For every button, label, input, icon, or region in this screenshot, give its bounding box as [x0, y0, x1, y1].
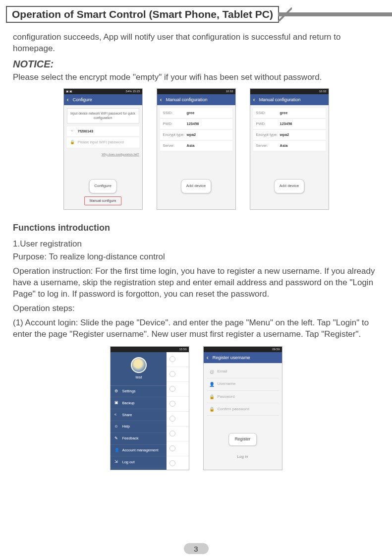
wifi-icon: ⌔	[70, 129, 75, 134]
status-bar: ▣ ▣ 54% 15:25	[64, 89, 142, 94]
app-titlebar: ‹ Manual configuration	[157, 94, 235, 105]
field-value: Asia	[187, 143, 195, 148]
list-item[interactable]	[167, 382, 189, 397]
pwd-row[interactable]: PWD:123456	[253, 119, 326, 129]
person-icon: 👤	[209, 381, 216, 387]
menu-label: Feedback	[122, 436, 139, 441]
device-list-strip	[167, 352, 189, 470]
field-label: Encrypt type:	[256, 132, 280, 137]
field-label: PWD:	[163, 122, 187, 126]
confirm-password-field[interactable]: 🔒Confirm password	[207, 403, 279, 416]
menu-item-share[interactable]: <Share	[111, 409, 168, 421]
server-row[interactable]: Server:Asia	[160, 141, 232, 151]
list-item[interactable]	[167, 441, 189, 456]
titlebar-text: Manual configuration	[259, 97, 301, 103]
app-titlebar: ‹ Register username	[204, 352, 282, 363]
screenshot-manual-config-1: 10:32 ‹ Manual configuration SSID:gree P…	[157, 88, 236, 210]
password-placeholder: Password	[218, 394, 235, 400]
field-value: 123456	[187, 122, 199, 126]
wifi-ssid-row[interactable]: ⌔ 7f200143	[67, 126, 139, 137]
operation-instruction-text: Operation instruction: For the first tim…	[13, 266, 379, 300]
field-label: Encrypt type:	[163, 132, 187, 137]
field-label: Server:	[163, 143, 187, 148]
register-body: @Email 👤Username 🔒Password 🔒Confirm pass…	[204, 363, 282, 470]
ssid-row[interactable]: SSID:gree	[160, 108, 232, 119]
menu-item-help[interactable]: ☺Help	[111, 421, 168, 433]
menu-item-settings[interactable]: ⚙Settings	[111, 386, 168, 398]
back-icon[interactable]: ‹	[253, 95, 255, 104]
device-icon	[169, 386, 175, 392]
email-field[interactable]: @Email	[207, 366, 279, 378]
menu-label: Share	[122, 413, 132, 418]
page-title: Operation of Smart Control (Smart Phone,…	[6, 6, 279, 23]
page-number: 3	[184, 543, 209, 554]
add-device-button[interactable]: Add device	[181, 179, 212, 193]
server-row[interactable]: Server:Asia	[253, 141, 326, 151]
menu-item-logout[interactable]: ⇲Log out	[111, 456, 168, 468]
back-icon[interactable]: ‹	[160, 95, 162, 104]
register-button[interactable]: Register	[228, 433, 257, 445]
password-field[interactable]: 🔒Password	[207, 391, 279, 403]
help-icon: ☺	[114, 424, 119, 430]
screenshot-row-bottom: 15:53 test ⚙Settings ▣Backup <Share ☺Hel…	[13, 346, 379, 470]
menu-item-backup[interactable]: ▣Backup	[111, 397, 168, 409]
field-value: gree	[187, 111, 195, 116]
device-icon	[169, 371, 175, 377]
document-body: configuration succeeds, App will notify …	[0, 32, 392, 470]
phone-body: SSID:gree PWD:123456 Encrypt type:wpa2 S…	[250, 105, 329, 209]
pwd-row[interactable]: PWD:123456	[160, 119, 232, 129]
list-item[interactable]	[167, 427, 189, 441]
titlebar-text: Register username	[213, 355, 250, 361]
purpose-text: Purpose: To realize long-distance contro…	[13, 251, 379, 263]
field-value: wpa2	[187, 132, 196, 137]
list-item[interactable]	[167, 456, 189, 470]
status-left: ▣ ▣	[66, 89, 73, 93]
operation-steps-label: Operation steps:	[13, 303, 379, 314]
titlebar-text: Manual configuration	[166, 97, 208, 103]
wifi-password-row[interactable]: 🔒 Please input WIFI password	[67, 137, 139, 148]
encrypt-row[interactable]: Encrypt type:wpa2	[160, 130, 232, 140]
field-label: PWD:	[256, 122, 280, 126]
back-icon[interactable]: ‹	[67, 95, 69, 104]
list-item[interactable]	[167, 367, 189, 382]
add-device-button[interactable]: Add device	[274, 179, 305, 193]
username-field[interactable]: 👤Username	[207, 378, 279, 391]
gear-icon: ⚙	[114, 389, 119, 394]
operation-step-1: (1) Account login: Slide the page "Devic…	[13, 317, 379, 340]
field-value: 123456	[280, 122, 292, 126]
logout-icon: ⇲	[114, 459, 119, 465]
field-label: SSID:	[256, 111, 280, 116]
device-icon	[169, 460, 175, 466]
avatar-area[interactable]: test	[111, 352, 168, 386]
menu-item-account[interactable]: 👤Account management	[111, 445, 168, 457]
lock-icon: 🔒	[209, 394, 216, 400]
status-right: 09:59	[272, 347, 280, 351]
field-label: Server:	[256, 143, 280, 148]
screenshot-manual-config-2: 10:32 ‹ Manual configuration SSID:gree P…	[250, 88, 329, 210]
back-icon[interactable]: ‹	[207, 353, 209, 362]
side-menu: test ⚙Settings ▣Backup <Share ☺Help ✎Fee…	[111, 352, 168, 470]
field-value: Asia	[280, 143, 288, 148]
menu-label: Log out	[122, 460, 135, 465]
intro-paragraph: configuration succeeds, App will notify …	[13, 32, 379, 55]
configure-button[interactable]: Configure	[89, 179, 117, 193]
share-icon: <	[114, 412, 119, 418]
login-link[interactable]: Log in	[204, 454, 282, 460]
config-fail-link[interactable]: Why does configuration fail?	[67, 152, 139, 156]
app-titlebar: ‹ Configure	[64, 94, 142, 105]
user-registration-heading: 1.User registration	[13, 239, 379, 250]
manual-configure-button[interactable]: Manual configure	[84, 196, 122, 205]
person-icon: 👤	[114, 448, 119, 453]
phone-body: SSID:gree PWD:123456 Encrypt type:wpa2 S…	[157, 105, 235, 209]
lock-icon: 🔒	[70, 140, 75, 145]
email-icon: @	[209, 369, 216, 375]
list-item[interactable]	[167, 397, 189, 412]
list-item[interactable]	[167, 352, 189, 367]
email-placeholder: Email	[218, 369, 227, 374]
menu-label: Help	[122, 424, 130, 429]
list-item[interactable]	[167, 412, 189, 427]
menu-item-feedback[interactable]: ✎Feedback	[111, 433, 168, 445]
ssid-row[interactable]: SSID:gree	[253, 108, 326, 119]
encrypt-row[interactable]: Encrypt type:wpa2	[253, 130, 326, 140]
header-row: Operation of Smart Control (Smart Phone,…	[6, 6, 392, 23]
